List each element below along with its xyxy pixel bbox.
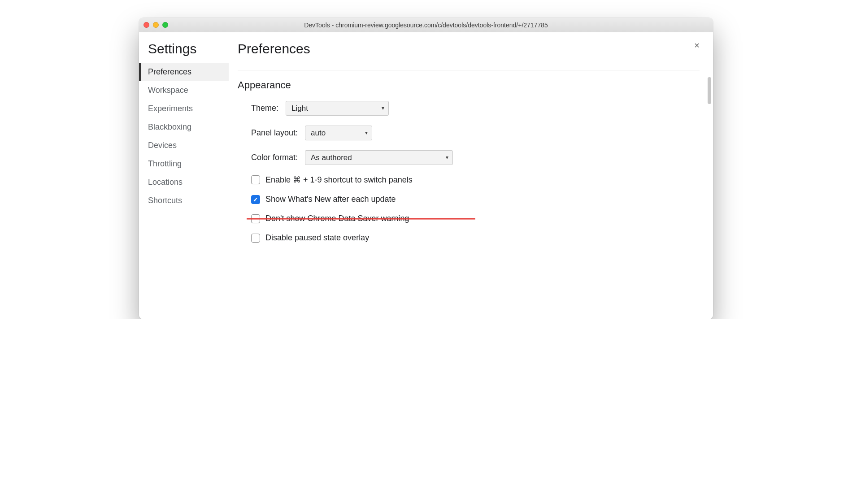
- close-window-icon[interactable]: [143, 22, 149, 28]
- checkbox-shortcut-switch[interactable]: [251, 175, 260, 184]
- sidebar-item-shortcuts[interactable]: Shortcuts: [139, 191, 229, 210]
- color-format-select-wrap: As authored: [305, 150, 453, 165]
- color-format-row: Color format: As authored: [238, 150, 700, 165]
- theme-select-wrap: Light: [286, 101, 389, 116]
- color-format-select[interactable]: As authored: [305, 150, 453, 165]
- sidebar-item-label: Experiments: [148, 104, 193, 113]
- checkbox-label: Enable ⌘ + 1-9 shortcut to switch panels: [265, 175, 413, 185]
- sidebar-item-workspace[interactable]: Workspace: [139, 81, 229, 100]
- checkbox-label: Don't show Chrome Data Saver warning: [265, 214, 409, 223]
- sidebar-title: Settings: [139, 41, 229, 63]
- panel-layout-select[interactable]: auto: [305, 126, 372, 140]
- sidebar-item-experiments[interactable]: Experiments: [139, 100, 229, 118]
- checkbox-data-saver[interactable]: [251, 214, 260, 223]
- checkbox-label: Disable paused state overlay: [265, 233, 369, 243]
- checkbox-label: Show What's New after each update: [265, 195, 396, 204]
- sidebar-item-label: Throttling: [148, 159, 182, 168]
- close-icon[interactable]: ×: [694, 40, 700, 51]
- theme-label: Theme:: [251, 104, 278, 113]
- sidebar-item-blackboxing[interactable]: Blackboxing: [139, 118, 229, 136]
- sidebar-item-devices[interactable]: Devices: [139, 136, 229, 155]
- sidebar-item-throttling[interactable]: Throttling: [139, 155, 229, 173]
- sidebar-item-label: Blackboxing: [148, 122, 191, 131]
- theme-row: Theme: Light: [238, 101, 700, 116]
- checkbox-whats-new[interactable]: [251, 195, 260, 204]
- titlebar: DevTools - chromium-review.googlesource.…: [139, 18, 713, 32]
- checkbox-row-shortcut-switch: Enable ⌘ + 1-9 shortcut to switch panels: [238, 175, 700, 185]
- minimize-window-icon[interactable]: [153, 22, 159, 28]
- section-appearance-heading: Appearance: [238, 79, 700, 91]
- main-panel: × Preferences Appearance Theme: Light Pa…: [229, 32, 713, 319]
- sidebar-item-label: Locations: [148, 178, 183, 187]
- window-title: DevTools - chromium-review.googlesource.…: [139, 22, 713, 29]
- page-title: Preferences: [238, 41, 700, 56]
- sidebar-item-locations[interactable]: Locations: [139, 173, 229, 191]
- window: DevTools - chromium-review.googlesource.…: [139, 18, 713, 319]
- panel-layout-row: Panel layout: auto: [238, 126, 700, 140]
- checkbox-row-whats-new: Show What's New after each update: [238, 195, 700, 204]
- sidebar-item-label: Preferences: [148, 67, 191, 76]
- checkbox-row-paused-overlay: Disable paused state overlay: [238, 233, 700, 243]
- theme-select[interactable]: Light: [286, 101, 389, 116]
- panel-layout-select-wrap: auto: [305, 126, 372, 140]
- sidebar-item-label: Devices: [148, 141, 177, 150]
- sidebar-item-label: Shortcuts: [148, 196, 182, 205]
- sidebar: Settings Preferences Workspace Experimen…: [139, 32, 229, 319]
- traffic-lights: [143, 22, 168, 28]
- scrollbar-thumb[interactable]: [708, 77, 711, 104]
- sidebar-item-preferences[interactable]: Preferences: [139, 63, 229, 81]
- checkbox-row-data-saver: Don't show Chrome Data Saver warning: [238, 214, 700, 223]
- divider: [238, 70, 700, 70]
- maximize-window-icon[interactable]: [162, 22, 168, 28]
- sidebar-item-label: Workspace: [148, 86, 188, 95]
- content: Settings Preferences Workspace Experimen…: [139, 32, 713, 319]
- color-format-label: Color format:: [251, 153, 298, 162]
- checkbox-paused-overlay[interactable]: [251, 234, 260, 243]
- panel-layout-label: Panel layout:: [251, 128, 298, 138]
